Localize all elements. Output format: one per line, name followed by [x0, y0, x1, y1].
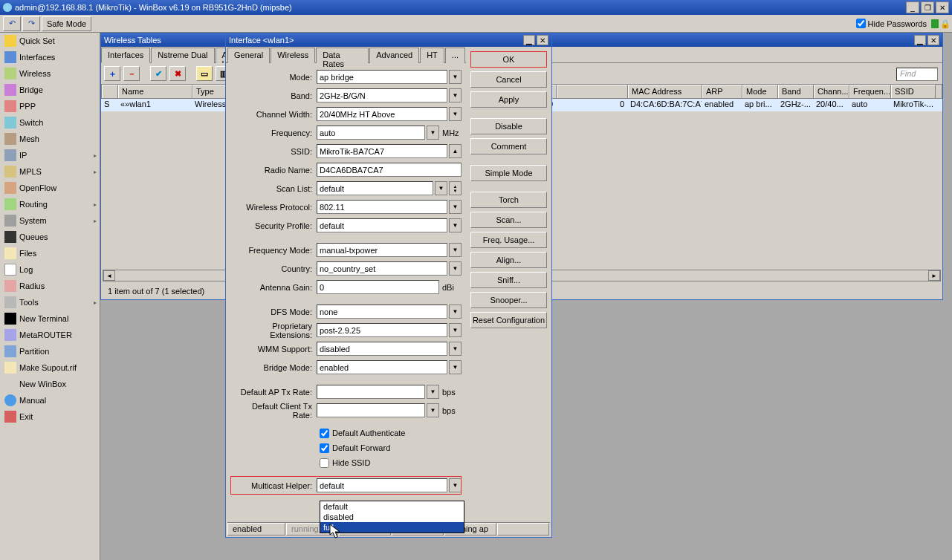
dropdown-arrow-icon[interactable]: ▼: [449, 478, 462, 492]
column-header[interactable]: Band: [778, 85, 814, 98]
sidebar-item-routing[interactable]: Routing▸: [0, 196, 100, 212]
cltx-input[interactable]: [317, 403, 425, 417]
sidebar-item-tools[interactable]: Tools▸: [0, 294, 100, 310]
ssid-input[interactable]: [317, 144, 447, 158]
aptx-input[interactable]: [317, 385, 425, 399]
sidebar-item-files[interactable]: Files: [0, 245, 100, 261]
safe-mode-button[interactable]: Safe Mode: [42, 16, 91, 31]
sidebar-item-metarouter[interactable]: MetaROUTER: [0, 327, 100, 343]
sidebar-item-ip[interactable]: IP▸: [0, 147, 100, 163]
dfs-input[interactable]: [317, 305, 447, 319]
tab-wireless[interactable]: Wireless: [271, 48, 315, 63]
again-input[interactable]: [317, 280, 439, 294]
column-header[interactable]: [557, 85, 628, 98]
wt-minimize-button[interactable]: ▁: [914, 35, 926, 45]
tab-advanced[interactable]: Advanced: [369, 48, 419, 63]
if-minimize-button[interactable]: ▁: [523, 35, 535, 45]
dropdown-arrow-icon[interactable]: ▼: [449, 107, 462, 121]
sidebar-item-interfaces[interactable]: Interfaces: [0, 49, 100, 65]
dropdown-arrow-icon[interactable]: ▼: [449, 218, 462, 232]
sidebar-item-make-supout-rif[interactable]: Make Supout.rif: [0, 359, 100, 376]
wmm-input[interactable]: [317, 342, 447, 356]
find-input[interactable]: Find: [896, 68, 938, 81]
column-header[interactable]: Name: [118, 85, 192, 98]
sidebar-item-ppp[interactable]: PPP: [0, 98, 100, 114]
chwidth-input[interactable]: [317, 107, 447, 121]
scan--button[interactable]: Scan...: [470, 212, 547, 228]
wt-close-button[interactable]: ✕: [927, 35, 939, 45]
sidebar-item-bridge[interactable]: Bridge: [0, 82, 100, 98]
redo-button[interactable]: ↷: [22, 16, 40, 31]
freq-input[interactable]: [317, 126, 425, 140]
sidebar-item-switch[interactable]: Switch: [0, 114, 100, 131]
dropdown-option-disabled[interactable]: disabled: [320, 512, 464, 522]
sidebar-item-log[interactable]: Log: [0, 261, 100, 278]
band-input[interactable]: [317, 88, 447, 102]
dropdown-arrow-icon[interactable]: ▼: [449, 261, 462, 276]
column-header[interactable]: MAC Address: [628, 85, 702, 98]
fmode-input[interactable]: [317, 243, 447, 257]
sidebar-item-queues[interactable]: Queues: [0, 229, 100, 245]
sidebar-item-openflow[interactable]: OpenFlow: [0, 180, 100, 196]
comment-button[interactable]: ▭: [196, 66, 213, 81]
sidebar-item-partition[interactable]: Partition: [0, 343, 100, 359]
dropdown-arrow-icon[interactable]: ▼: [449, 200, 462, 214]
multicast-helper-dropdown-list[interactable]: default disabled full: [320, 501, 464, 533]
country-input[interactable]: [317, 261, 447, 276]
remove-button[interactable]: －: [123, 66, 140, 81]
dropdown-arrow-icon[interactable]: ▼: [449, 342, 462, 356]
enable-button[interactable]: ✔: [150, 66, 166, 81]
sidebar-item-new-winbox[interactable]: New WinBox: [0, 376, 100, 392]
snooper--button[interactable]: Snooper...: [470, 292, 547, 308]
column-header[interactable]: Chann...: [814, 85, 849, 98]
dropdown-arrow-icon[interactable]: ▼: [449, 323, 462, 337]
torch-button[interactable]: Torch: [470, 192, 547, 208]
scan-input[interactable]: [317, 181, 433, 195]
comment-button[interactable]: Comment: [470, 138, 547, 154]
dropdown-arrow-icon[interactable]: ▼: [449, 70, 462, 84]
tab-more[interactable]: ...: [445, 48, 465, 63]
dropdown-arrow-icon[interactable]: ▼: [435, 181, 447, 195]
apply-button[interactable]: Apply: [470, 91, 547, 108]
dropdown-arrow-icon[interactable]: ▼: [449, 88, 462, 102]
tab-interfaces[interactable]: Interfaces: [101, 48, 150, 63]
ok-button[interactable]: OK: [470, 51, 547, 68]
fwd-checkbox[interactable]: [320, 443, 329, 453]
radio-input[interactable]: [317, 163, 462, 177]
undo-button[interactable]: ↶: [3, 16, 21, 31]
auth-checkbox[interactable]: [320, 429, 329, 438]
scroll-right-button[interactable]: ►: [928, 270, 940, 281]
tab-nstreme-dual[interactable]: Nstreme Dual: [151, 48, 214, 63]
minimize-button[interactable]: _: [906, 1, 919, 13]
sidebar-item-mesh[interactable]: Mesh: [0, 131, 100, 147]
column-header[interactable]: [102, 85, 118, 98]
tab-general[interactable]: General: [227, 48, 270, 63]
prop-input[interactable]: [317, 323, 447, 337]
reset-configuration-button[interactable]: Reset Configuration: [470, 312, 547, 328]
reorder-icon[interactable]: ▲▼: [449, 181, 462, 195]
dropdown-arrow-icon[interactable]: ▼: [449, 360, 462, 374]
hide-checkbox[interactable]: [320, 458, 329, 468]
column-header[interactable]: Mode: [742, 85, 778, 98]
dropdown-option-full[interactable]: full: [320, 522, 464, 533]
column-header[interactable]: Frequen...: [849, 85, 891, 98]
sidebar-item-mpls[interactable]: MPLS▸: [0, 163, 100, 180]
sidebar-item-manual[interactable]: Manual: [0, 392, 100, 408]
bridge-input[interactable]: [317, 360, 447, 374]
mcast-input[interactable]: [317, 478, 447, 492]
collapse-arrow-icon[interactable]: ▲: [449, 144, 462, 158]
dropdown-arrow-icon[interactable]: ▼: [449, 305, 462, 319]
disable-button[interactable]: Disable: [470, 118, 547, 134]
cancel-button[interactable]: Cancel: [470, 71, 547, 88]
column-header[interactable]: ARP: [702, 85, 742, 98]
sidebar-item-radius[interactable]: Radius: [0, 278, 100, 294]
freq-usage--button[interactable]: Freq. Usage...: [470, 232, 547, 248]
maximize-button[interactable]: ❐: [921, 1, 934, 13]
column-header[interactable]: SSID: [891, 85, 936, 98]
proto-input[interactable]: [317, 200, 447, 214]
sidebar-item-exit[interactable]: Exit: [0, 408, 100, 425]
interface-dialog-titlebar[interactable]: Interface <wlan1> ▁ ✕: [226, 33, 551, 47]
scroll-left-button[interactable]: ◄: [103, 270, 115, 281]
align--button[interactable]: Align...: [470, 252, 547, 268]
dropdown-option-default[interactable]: default: [320, 501, 464, 512]
